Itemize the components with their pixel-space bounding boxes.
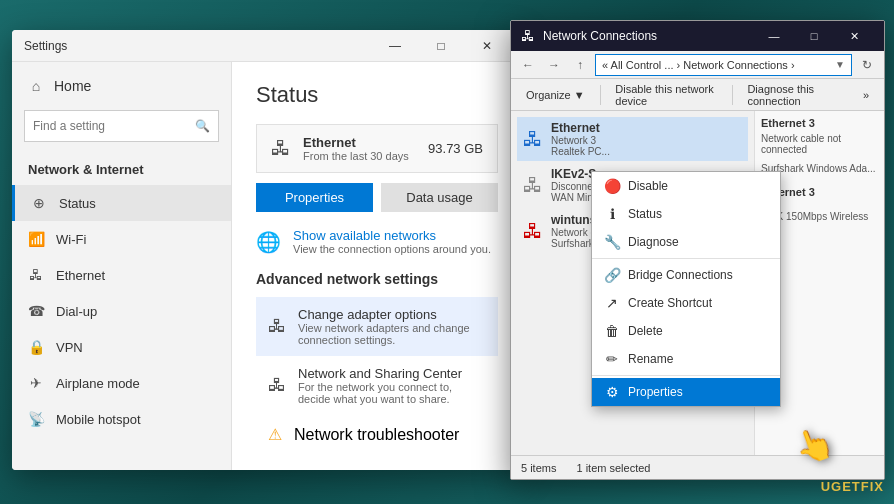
- search-input[interactable]: [33, 119, 195, 133]
- refresh-button[interactable]: ↻: [856, 54, 878, 76]
- selected-count: 1 item selected: [576, 462, 650, 474]
- ctx-diagnose-icon: 🔧: [604, 234, 620, 250]
- advanced-section-heading: Advanced network settings: [256, 271, 498, 287]
- items-count: 5 items: [521, 462, 556, 474]
- diagnose-label: Diagnose this connection: [747, 83, 840, 107]
- settings-titlebar: Settings — □ ✕: [12, 30, 522, 62]
- ctx-bridge-icon: 🔗: [604, 267, 620, 283]
- up-button[interactable]: ↑: [569, 54, 591, 76]
- ethernet-file-sub2: Realtek PC...: [551, 146, 610, 157]
- sidebar-item-vpn[interactable]: 🔒 VPN: [12, 329, 231, 365]
- show-networks-title: Show available networks: [293, 228, 491, 243]
- ctx-disable-label: Disable: [628, 179, 668, 193]
- adapter-title: Change adapter options: [298, 307, 486, 322]
- sharing-sub: For the network you connect to, decide w…: [298, 381, 486, 405]
- close-button[interactable]: ✕: [464, 30, 510, 62]
- wintunsh-net-icon: 🖧: [523, 220, 543, 243]
- show-networks-item[interactable]: 🌐 Show available networks View the conne…: [256, 228, 498, 255]
- sidebar-home-item[interactable]: ⌂ Home: [12, 70, 231, 102]
- ikev2-net-icon: 🖧: [523, 174, 543, 197]
- ctx-sep-2: [592, 375, 754, 376]
- ctx-properties-icon: ⚙: [604, 384, 620, 400]
- ctx-status-item[interactable]: ℹ Status: [592, 200, 754, 228]
- netconn-minimize-button[interactable]: —: [754, 21, 794, 51]
- ctx-disable-item[interactable]: 🔴 Disable: [592, 172, 754, 200]
- ctx-shortcut-icon: ↗: [604, 295, 620, 311]
- netconn-maximize-button[interactable]: □: [794, 21, 834, 51]
- sharing-center-item[interactable]: 🖧 Network and Sharing Center For the net…: [256, 356, 498, 415]
- disable-network-button[interactable]: Disable this network device: [606, 79, 725, 111]
- main-content: Status 🖧 Ethernet From the last 30 days …: [232, 62, 522, 470]
- more-options-button[interactable]: »: [854, 85, 878, 105]
- ctx-rename-item[interactable]: ✏ Rename: [592, 345, 754, 373]
- disable-label: Disable this network device: [615, 83, 716, 107]
- hotspot-icon: 📡: [28, 411, 44, 427]
- sharing-text: Network and Sharing Center For the netwo…: [298, 366, 486, 405]
- ethernet-file-name: Ethernet: [551, 121, 610, 135]
- ctx-properties-item[interactable]: ⚙ Properties: [592, 378, 754, 406]
- minimize-button[interactable]: —: [372, 30, 418, 62]
- settings-sidebar: ⌂ Home 🔍 Network & Internet ⊕ Status 📶 W…: [12, 62, 232, 470]
- ctx-bridge-item[interactable]: 🔗 Bridge Connections: [592, 261, 754, 289]
- adapter-sub: View network adapters and change connect…: [298, 322, 486, 346]
- troubleshooter-item[interactable]: ⚠ Network troubleshooter: [256, 415, 498, 454]
- page-title: Status: [256, 82, 498, 108]
- sidebar-item-wifi[interactable]: 📶 Wi-Fi: [12, 221, 231, 257]
- ctx-delete-item[interactable]: 🗑 Delete: [592, 317, 754, 345]
- forward-button[interactable]: →: [543, 54, 565, 76]
- right-panel-title-eth3: Ethernet 3: [761, 117, 878, 129]
- netconn-close-button[interactable]: ✕: [834, 21, 874, 51]
- ethernet-file-details: Ethernet Network 3 Realtek PC...: [551, 121, 610, 157]
- change-adapter-item[interactable]: 🖧 Change adapter options View network ad…: [256, 297, 498, 356]
- status-bar: 5 items 1 item selected: [511, 455, 884, 479]
- sidebar-item-ethernet[interactable]: 🖧 Ethernet: [12, 257, 231, 293]
- properties-button[interactable]: Properties: [256, 183, 373, 212]
- ctx-shortcut-label: Create Shortcut: [628, 296, 712, 310]
- troubleshooter-label: Network troubleshooter: [294, 426, 459, 444]
- right-panel-eth3-status: Network cable not connected: [761, 133, 878, 155]
- sidebar-item-hotspot[interactable]: 📡 Mobile hotspot: [12, 401, 231, 437]
- ethernet-size: 93.73 GB: [428, 141, 483, 156]
- network-connections-window: 🖧 Network Connections — □ ✕ ← → ↑ « All …: [510, 20, 885, 480]
- address-path[interactable]: « All Control ... › Network Connections …: [595, 54, 852, 76]
- dropdown-arrow: ▼: [835, 59, 845, 70]
- ctx-shortcut-item[interactable]: ↗ Create Shortcut: [592, 289, 754, 317]
- file-list-area: 🖧 Ethernet Network 3 Realtek PC... 🖧 IKE…: [511, 111, 884, 455]
- ctx-diagnose-item[interactable]: 🔧 Diagnose: [592, 228, 754, 256]
- search-icon: 🔍: [195, 119, 210, 133]
- ethernet-card-name: Ethernet: [303, 135, 409, 150]
- data-usage-button[interactable]: Data usage: [381, 183, 498, 212]
- titlebar-controls: — □ ✕: [372, 30, 510, 62]
- search-box[interactable]: 🔍: [24, 110, 219, 142]
- context-menu: 🔴 Disable ℹ Status 🔧 Diagnose 🔗 Bridge C…: [591, 171, 754, 407]
- ctx-bridge-label: Bridge Connections: [628, 268, 733, 282]
- ethernet-actions: Properties Data usage: [256, 183, 498, 212]
- toolbar-sep-1: [600, 85, 601, 105]
- toolbar-sep-2: [732, 85, 733, 105]
- ctx-disable-icon: 🔴: [604, 178, 620, 194]
- ethernet-file-item[interactable]: 🖧 Ethernet Network 3 Realtek PC...: [517, 117, 748, 161]
- show-networks-sub: View the connection options around you.: [293, 243, 491, 255]
- sidebar-item-airplane[interactable]: ✈ Airplane mode: [12, 365, 231, 401]
- diagnose-button[interactable]: Diagnose this connection: [738, 79, 849, 111]
- maximize-button[interactable]: □: [418, 30, 464, 62]
- ctx-sep-1: [592, 258, 754, 259]
- back-button[interactable]: ←: [517, 54, 539, 76]
- ctx-status-icon: ℹ: [604, 206, 620, 222]
- ctx-delete-icon: 🗑: [604, 323, 620, 339]
- sidebar-item-status[interactable]: ⊕ Status: [12, 185, 231, 221]
- netconn-toolbar: Organize ▼ Disable this network device D…: [511, 79, 884, 111]
- warning-icon: ⚠: [268, 425, 282, 444]
- adapter-text: Change adapter options View network adap…: [298, 307, 486, 346]
- ctx-delete-label: Delete: [628, 324, 663, 338]
- ethernet-icon: 🖧: [28, 267, 44, 283]
- organize-button[interactable]: Organize ▼: [517, 85, 594, 105]
- globe-icon: 🌐: [256, 230, 281, 254]
- sidebar-item-dialup[interactable]: ☎ Dial-up: [12, 293, 231, 329]
- sidebar-ethernet-label: Ethernet: [56, 268, 105, 283]
- sharing-icon: 🖧: [268, 375, 286, 396]
- watermark-suffix: FIX: [861, 479, 884, 494]
- netconn-title: Network Connections: [543, 29, 657, 43]
- settings-body: ⌂ Home 🔍 Network & Internet ⊕ Status 📶 W…: [12, 62, 522, 470]
- settings-title: Settings: [24, 39, 372, 53]
